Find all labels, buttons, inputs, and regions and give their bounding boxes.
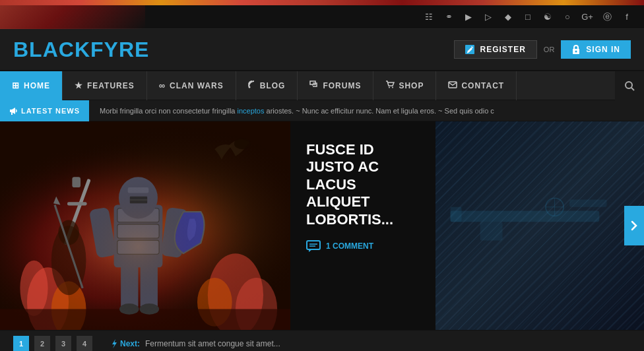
svg-rect-48 bbox=[480, 222, 503, 240]
hero-image bbox=[0, 121, 290, 330]
cart-icon bbox=[385, 80, 395, 90]
svg-point-40 bbox=[69, 177, 208, 316]
slide-dot-4[interactable]: 4 bbox=[77, 336, 92, 352]
svg-rect-46 bbox=[451, 210, 600, 222]
swirl-icon[interactable]: ☯ bbox=[541, 11, 554, 24]
nav-item-clanwars-label: CLAN WARS bbox=[170, 81, 224, 90]
nav-item-blog-label: BLOG bbox=[260, 81, 286, 90]
latest-news-bar: LATEST NEWS Morbi fringilla orci non con… bbox=[0, 100, 644, 121]
hero-title: FUSCE ID JUSTO AC LACUS ALIQUET LOBORTIS… bbox=[306, 141, 420, 228]
nav-item-shop[interactable]: SHOP bbox=[373, 71, 436, 100]
hero-comments[interactable]: 1 COMMENT bbox=[306, 240, 420, 252]
svg-point-39 bbox=[234, 138, 251, 149]
nav-item-home-label: HOME bbox=[24, 81, 50, 90]
rss-nav-icon bbox=[248, 80, 256, 90]
logo-blue: FYRE bbox=[90, 38, 149, 61]
signin-label: SIGN IN bbox=[586, 45, 620, 54]
vimeo-icon[interactable]: ▶ bbox=[462, 11, 475, 24]
pinterest-icon[interactable]: ○ bbox=[561, 11, 574, 24]
svg-point-4 bbox=[389, 87, 390, 88]
header-auth-area: REGISTER OR SIGN IN bbox=[454, 40, 631, 59]
nav-item-features-label: FEATURES bbox=[87, 81, 135, 90]
news-ticker: Morbi fringilla orci non consectetur fri… bbox=[89, 107, 505, 115]
slide-dot-3[interactable]: 3 bbox=[55, 336, 71, 352]
forums-icon bbox=[309, 80, 319, 90]
nav-item-forums-label: FORUMS bbox=[323, 81, 361, 90]
social-icons-container: ☷ ⚭ ▶ ▷ ◆ □ ☯ ○ G+ ⓔ f bbox=[422, 11, 633, 24]
rss-icon[interactable]: ☷ bbox=[422, 11, 435, 24]
or-text: OR bbox=[544, 46, 555, 53]
nav-item-features[interactable]: ★ FEATURES bbox=[63, 71, 147, 100]
star-icon: ★ bbox=[75, 80, 83, 90]
hero-slider: FUSCE ID JUSTO AC LACUS ALIQUET LOBORTIS… bbox=[0, 121, 644, 330]
lock-icon bbox=[571, 44, 581, 55]
main-content-area: FUSCE ID JUSTO AC LACUS ALIQUET LOBORTIS… bbox=[0, 121, 644, 330]
svg-rect-45 bbox=[435, 121, 644, 330]
fire-decoration bbox=[0, 0, 644, 5]
comment-icon bbox=[306, 240, 321, 252]
home-icon: ⊞ bbox=[12, 80, 20, 90]
svg-rect-30 bbox=[72, 177, 80, 187]
svg-rect-49 bbox=[451, 207, 462, 222]
site-logo[interactable]: BLACKFYRE bbox=[13, 38, 149, 62]
edit-icon bbox=[465, 45, 474, 54]
nav-item-contact-label: CONTACT bbox=[461, 81, 504, 90]
next-slide-preview[interactable] bbox=[435, 121, 644, 330]
site-header: BLACKFYRE REGISTER OR SIGN IN bbox=[0, 29, 644, 71]
chevron-right-icon bbox=[631, 220, 637, 231]
next-slide-arrow[interactable] bbox=[624, 206, 644, 245]
lightning-icon bbox=[111, 338, 117, 349]
top-bar-bg-decoration bbox=[0, 5, 145, 29]
nav-item-forums[interactable]: FORUMS bbox=[298, 71, 373, 100]
nav-item-home[interactable]: ⊞ HOME bbox=[0, 71, 63, 100]
google-plus-icon[interactable]: G+ bbox=[581, 11, 594, 24]
logo-black: BLACK bbox=[13, 38, 90, 61]
signin-button[interactable]: SIGN IN bbox=[561, 40, 631, 59]
news-ticker-link[interactable]: inceptos bbox=[238, 107, 265, 115]
svg-point-3 bbox=[248, 86, 250, 88]
nav-item-shop-label: SHOP bbox=[399, 81, 424, 90]
search-button[interactable] bbox=[615, 71, 644, 100]
svg-point-2 bbox=[575, 51, 577, 53]
infinity-icon: ∞ bbox=[159, 80, 166, 90]
knight-illustration bbox=[0, 121, 290, 330]
comments-count: 1 COMMENT bbox=[326, 241, 373, 251]
top-social-bar: ☷ ⚭ ▶ ▷ ◆ □ ☯ ○ G+ ⓔ f bbox=[0, 5, 644, 29]
youtube-icon[interactable]: ▷ bbox=[482, 11, 495, 24]
twitch-icon[interactable]: ◆ bbox=[501, 11, 515, 24]
next-label: Next: bbox=[111, 338, 140, 349]
hero-text-panel: FUSCE ID JUSTO AC LACUS ALIQUET LOBORTIS… bbox=[290, 121, 435, 330]
svg-point-7 bbox=[626, 82, 632, 88]
svg-line-8 bbox=[631, 88, 634, 90]
nav-item-contact[interactable]: CONTACT bbox=[436, 71, 517, 100]
mail-icon bbox=[448, 80, 457, 90]
next-preview-bar: Next: Fermentum sit amet congue sit amet… bbox=[111, 338, 280, 349]
instagram-icon[interactable]: □ bbox=[521, 11, 534, 24]
megaphone-icon bbox=[9, 107, 17, 115]
facebook-icon[interactable]: f bbox=[620, 11, 633, 24]
bottom-controls-bar: 1 2 3 4 Next: Fermentum sit amet congue … bbox=[0, 330, 644, 351]
svg-point-13 bbox=[20, 261, 48, 316]
nav-item-clanwars[interactable]: ∞ CLAN WARS bbox=[147, 71, 236, 100]
next-preview-text: Fermentum sit amet congue sit amet... bbox=[145, 339, 280, 348]
twitter-icon[interactable]: ⓔ bbox=[600, 11, 614, 24]
register-button[interactable]: REGISTER bbox=[454, 40, 536, 59]
slide-dot-2[interactable]: 2 bbox=[34, 336, 50, 352]
svg-rect-41 bbox=[307, 241, 320, 249]
nav-item-blog[interactable]: BLOG bbox=[236, 71, 298, 100]
dribbble-icon[interactable]: ⚭ bbox=[442, 11, 455, 24]
svg-point-5 bbox=[392, 87, 393, 88]
search-icon bbox=[624, 80, 635, 91]
main-nav: ⊞ HOME ★ FEATURES ∞ CLAN WARS BLOG FORUM… bbox=[0, 71, 644, 100]
svg-rect-47 bbox=[569, 200, 606, 207]
slide-dot-1[interactable]: 1 bbox=[13, 336, 29, 352]
latest-news-label: LATEST NEWS bbox=[0, 100, 89, 121]
register-label: REGISTER bbox=[480, 45, 525, 54]
next-slide-visual bbox=[435, 121, 644, 330]
